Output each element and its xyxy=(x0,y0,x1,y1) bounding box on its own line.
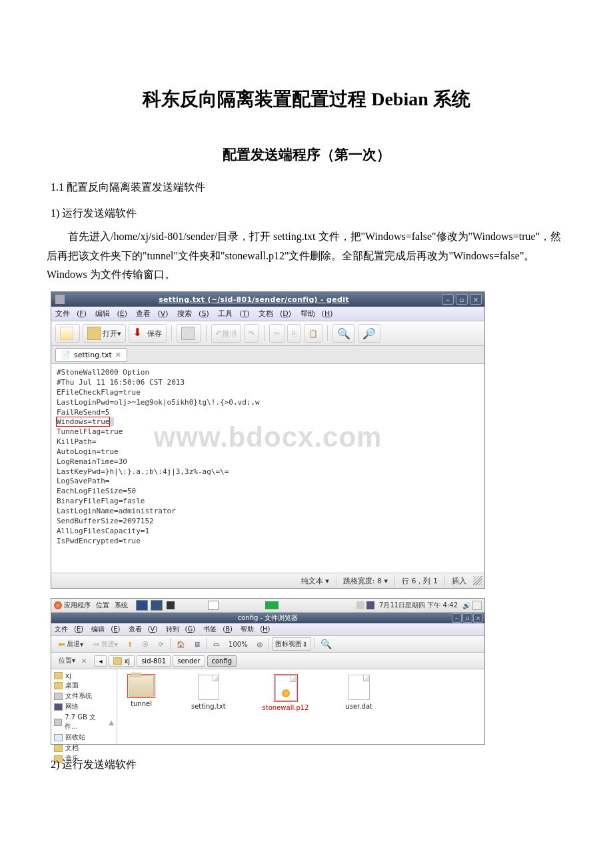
gedit-tab[interactable]: 📄 setting.txt ✕ xyxy=(55,348,127,362)
gedit-window-title: setting.txt (~/sid-801/sender/config) - … xyxy=(69,295,439,304)
zoom-level[interactable]: 100% xyxy=(225,637,251,651)
fm-maximize-button[interactable]: ▫ xyxy=(462,613,472,623)
reload-button[interactable]: ⟳ xyxy=(155,637,167,651)
print-button[interactable] xyxy=(177,324,201,343)
side-filesystem[interactable]: 文件系统 xyxy=(54,691,114,701)
paste-button[interactable]: 📋 xyxy=(304,324,322,343)
zoom-out-button[interactable]: ▭ xyxy=(210,637,223,651)
close-button[interactable]: × xyxy=(470,294,482,305)
folder-icon xyxy=(54,672,63,679)
terminal-launcher-icon[interactable] xyxy=(167,601,175,609)
fm-menu-edit[interactable]: 编辑(E) xyxy=(91,625,120,633)
browser-launcher-icon[interactable] xyxy=(136,600,148,611)
menu-file[interactable]: 文件(F) xyxy=(55,309,87,318)
file-item-setting[interactable]: setting.txt xyxy=(191,675,226,710)
gedit-menubar[interactable]: 文件(F) 编辑(E) 查看(V) 搜索(S) 工具(T) 文档(D) 帮助(H… xyxy=(51,307,484,321)
menu-search[interactable]: 搜索(S) xyxy=(177,309,209,318)
computer-button[interactable]: 🖥 xyxy=(191,637,204,651)
editor-line: #Thu Jul 11 16:50:06 CST 2013 xyxy=(57,378,479,388)
cut-button[interactable]: ✂ xyxy=(269,324,285,343)
save-button[interactable]: ⬇保存 xyxy=(129,324,167,343)
section-1-1: 1.1 配置反向隔离装置发送端软件 xyxy=(51,181,566,195)
path-crumb-sid801[interactable]: sid-801 xyxy=(137,655,171,667)
cert-file-icon xyxy=(275,675,297,701)
side-desktop[interactable]: 桌面 xyxy=(54,680,114,691)
menu-tools[interactable]: 工具(T) xyxy=(218,309,249,318)
fm-menu-bookmark[interactable]: 书签(B) xyxy=(203,625,233,633)
gedit-tabbar: 📄 setting.txt ✕ xyxy=(51,346,484,364)
file-label: user.dat xyxy=(345,703,372,710)
fm-files-area[interactable]: tunnel setting.txt stonewall.p12 user.da… xyxy=(117,669,484,744)
taskbar-item[interactable] xyxy=(265,601,279,609)
view-selector[interactable]: 图标视图 ⇕ xyxy=(272,637,310,651)
fm-menubar[interactable]: 文件(E) 编辑(E) 查看(V) 转到(G) 书签(B) 帮助(H) xyxy=(51,623,484,636)
undo-button[interactable]: ↶ 撤消 xyxy=(211,324,241,343)
tray-display-icon[interactable] xyxy=(366,601,374,609)
file-item-stonewall[interactable]: stonewall.p12 xyxy=(263,675,309,711)
drive-icon xyxy=(54,719,62,726)
search-button[interactable]: 🔍 xyxy=(317,637,335,651)
fm-menu-goto[interactable]: 转到(G) xyxy=(166,625,196,633)
menu-help[interactable]: 帮助(H) xyxy=(301,309,333,318)
path-crumb-xj[interactable]: xj xyxy=(109,655,135,667)
copy-button[interactable]: ⎘ xyxy=(287,324,301,343)
tabwidth-selector[interactable]: 跳格宽度: 8 ▾ xyxy=(336,576,394,586)
gedit-statusbar: 纯文本 ▾ 跳格宽度: 8 ▾ 行 6，列 1 插入 xyxy=(51,573,484,588)
fm-title: config - 文件浏览器 xyxy=(238,613,299,623)
fm-close-button[interactable]: × xyxy=(473,613,483,623)
location-label[interactable]: 位置▾ xyxy=(55,655,79,667)
minimize-button[interactable]: – xyxy=(442,294,454,305)
panel-places[interactable]: 位置 xyxy=(96,601,109,610)
path-back[interactable]: ◂ xyxy=(94,655,107,667)
taskbar-item[interactable] xyxy=(208,601,219,610)
resize-grip[interactable] xyxy=(473,576,482,585)
home-button[interactable]: 🏠 xyxy=(173,637,188,651)
editor-line: LastKeyPwd=}h|\:}.a.;b\:4j|3,3z%-ag\=\= xyxy=(57,467,479,477)
gnome-foot-icon[interactable] xyxy=(54,601,62,609)
step-2: 2) 运行发送端软件 xyxy=(51,755,566,775)
text-file-icon xyxy=(198,675,219,700)
find-button[interactable]: 🔍 xyxy=(332,324,355,343)
fm-menu-view[interactable]: 查看(V) xyxy=(129,625,158,633)
new-button[interactable] xyxy=(55,324,80,343)
side-network[interactable]: 网络 xyxy=(54,701,114,712)
editor-line: BinaryFileFlag=fasle xyxy=(57,497,479,507)
fm-menu-help[interactable]: 帮助(H) xyxy=(241,625,270,633)
menu-edit[interactable]: 编辑(E) xyxy=(95,309,127,318)
zoom-in-button[interactable]: ◎ xyxy=(254,637,267,651)
side-documents[interactable]: 文档 xyxy=(54,743,114,753)
replace-button[interactable]: 🔎 xyxy=(358,324,380,343)
maximize-button[interactable]: ▫ xyxy=(456,294,468,305)
back-button[interactable]: ⬅后退 ▾ xyxy=(55,637,87,651)
redo-button[interactable]: ↷ xyxy=(244,324,259,343)
file-item-userdat[interactable]: user.dat xyxy=(345,675,372,710)
location-close-icon[interactable]: ✕ xyxy=(81,657,87,665)
syntax-selector[interactable]: 纯文本 ▾ xyxy=(295,576,336,586)
trash-icon xyxy=(54,734,63,741)
menu-doc[interactable]: 文档(D) xyxy=(259,309,291,318)
path-crumb-config[interactable]: config xyxy=(207,655,237,667)
side-drive[interactable]: 7.7 GB 文件... ▲ xyxy=(54,712,114,732)
paragraph-1: 首先进入/home/xj/sid-801/sender/目录，打开 settin… xyxy=(47,227,566,285)
fm-minimize-button[interactable]: – xyxy=(452,613,462,623)
editor-line: #StoneWall2000 Option xyxy=(57,368,479,378)
tab-close-icon[interactable]: ✕ xyxy=(115,351,121,359)
open-button[interactable]: 打开 ▾ xyxy=(83,324,126,343)
fm-menu-file[interactable]: 文件(E) xyxy=(55,625,83,633)
panel-apps[interactable]: 应用程序 xyxy=(64,601,91,610)
panel-clock[interactable]: 7月11日星期四 下午 4:42 xyxy=(379,601,458,610)
file-item-tunnel[interactable]: tunnel xyxy=(128,675,155,707)
path-crumb-sender[interactable]: sender xyxy=(173,655,205,667)
tray-icon[interactable] xyxy=(472,601,482,610)
insert-mode: 插入 xyxy=(445,576,473,586)
tray-keyboard-icon[interactable] xyxy=(356,601,364,609)
menu-view[interactable]: 查看(V) xyxy=(136,309,168,318)
up-button[interactable]: ⬆ xyxy=(124,637,136,651)
volume-icon[interactable]: 🔊 xyxy=(462,602,470,609)
side-home[interactable]: xj xyxy=(54,671,114,680)
side-trash[interactable]: 回收站 xyxy=(54,732,114,743)
panel-system[interactable]: 系统 xyxy=(115,601,128,610)
editor-line: KillPath= xyxy=(57,437,479,447)
gedit-editor[interactable]: www.bdocx.com #StoneWall2000 Option #Thu… xyxy=(51,364,484,573)
launcher-icon[interactable] xyxy=(151,600,163,611)
